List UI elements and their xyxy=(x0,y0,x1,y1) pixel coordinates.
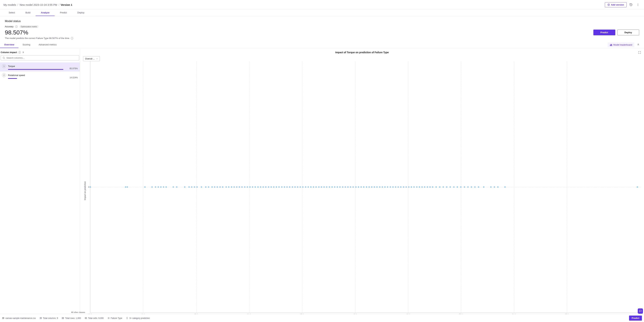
sort-icon[interactable] xyxy=(22,51,25,54)
data-point xyxy=(125,186,126,188)
data-point xyxy=(90,186,91,188)
data-point xyxy=(144,186,146,188)
tab-predict[interactable]: Predict xyxy=(54,10,72,16)
info-icon[interactable]: i xyxy=(71,37,73,40)
data-point xyxy=(350,186,351,188)
impact-pct: 14.024% xyxy=(70,76,78,79)
chart-ylabel: Impact on prediction xyxy=(83,61,87,320)
footer-pred-type: 3+ category prediction xyxy=(126,317,150,320)
scatter-plot[interactable]: 0 All other classes xyxy=(90,61,641,313)
chat-fab[interactable] xyxy=(638,308,643,314)
info-icon[interactable]: i xyxy=(18,51,21,54)
data-point xyxy=(366,186,367,188)
data-point xyxy=(214,186,215,188)
footer-predict-button[interactable]: Predict xyxy=(629,316,642,320)
data-point xyxy=(464,186,465,188)
data-point xyxy=(321,186,322,188)
data-point xyxy=(300,186,301,188)
plus-circle-icon xyxy=(608,4,610,6)
class-dropdown[interactable]: Overstrain F… xyxy=(83,56,100,61)
chart-title: Impact of Torque on prediction of Failur… xyxy=(335,51,389,54)
tab-build[interactable]: Build xyxy=(20,10,36,16)
data-point xyxy=(310,186,312,188)
predict-button[interactable]: Predict xyxy=(594,30,615,35)
data-point xyxy=(436,186,437,188)
data-point xyxy=(442,186,444,188)
breadcrumb-model[interactable]: New model 2023-10-24 3:55 PM xyxy=(20,3,57,6)
tab-select[interactable]: Select xyxy=(4,10,20,16)
data-point xyxy=(302,186,304,188)
data-point xyxy=(305,186,306,188)
data-point xyxy=(255,186,256,188)
analysis-content: Column impact i 1Torque85.976%2Rotationa… xyxy=(0,48,644,322)
data-point xyxy=(270,186,272,188)
data-point xyxy=(414,186,415,188)
history-icon[interactable] xyxy=(628,2,634,7)
data-point xyxy=(292,186,293,188)
search-columns-input[interactable] xyxy=(1,55,79,60)
data-point xyxy=(360,186,362,188)
leaderboard-label: Model leaderboard xyxy=(614,44,632,46)
data-point xyxy=(416,186,417,188)
data-point xyxy=(160,186,162,188)
more-icon[interactable] xyxy=(635,2,640,7)
model-leaderboard-button[interactable]: Model leaderboard xyxy=(608,42,634,47)
impact-bar xyxy=(8,69,63,70)
data-point xyxy=(376,186,378,188)
data-point xyxy=(340,186,340,188)
subtab-overview[interactable]: Overview xyxy=(0,42,18,48)
breadcrumb-root[interactable]: My models xyxy=(4,3,16,6)
data-point xyxy=(474,186,476,188)
data-point xyxy=(368,186,370,188)
data-point xyxy=(155,186,156,188)
data-point xyxy=(234,186,235,188)
info-icon[interactable]: i xyxy=(15,26,18,28)
footer-cells: Total cells: 9,000 xyxy=(85,317,104,320)
accuracy-value: 98.507% xyxy=(5,29,28,36)
tab-deploy[interactable]: Deploy xyxy=(72,10,90,16)
svg-point-3 xyxy=(638,6,638,6)
data-point xyxy=(247,186,248,188)
data-point xyxy=(127,186,128,188)
data-point xyxy=(471,186,472,188)
footer-file[interactable]: canvas-sample-maintenance.csv xyxy=(2,317,36,320)
subtab-advanced[interactable]: Advanced metrics xyxy=(34,42,61,48)
expand-icon[interactable] xyxy=(638,51,641,54)
accuracy-description: The model predicts the correct Failure T… xyxy=(5,37,70,40)
data-point xyxy=(453,186,454,188)
data-point xyxy=(467,186,468,188)
impact-item[interactable]: 1Torque85.976% xyxy=(0,62,80,72)
deploy-button[interactable]: Deploy xyxy=(618,30,639,35)
columns-icon xyxy=(40,317,42,319)
data-point xyxy=(324,186,325,188)
data-point xyxy=(226,186,227,188)
header-actions: Add version xyxy=(605,2,640,7)
data-point xyxy=(294,186,296,188)
impact-item[interactable]: 2Rotational speed14.024% xyxy=(0,72,80,80)
svg-rect-5 xyxy=(611,44,611,46)
status-heading: Model status xyxy=(5,20,639,23)
data-point xyxy=(429,186,430,188)
chart-panel: Impact of Torque on prediction of Failur… xyxy=(80,48,644,322)
collapse-icon[interactable] xyxy=(636,42,641,48)
data-point xyxy=(329,186,330,188)
column-impact-panel: Column impact i 1Torque85.976%2Rotationa… xyxy=(0,48,80,322)
search-columns-field[interactable] xyxy=(6,56,77,59)
data-point xyxy=(286,186,288,188)
data-point xyxy=(371,186,372,188)
data-point xyxy=(208,186,209,188)
data-point xyxy=(363,186,364,188)
add-version-button[interactable]: Add version xyxy=(605,2,626,7)
subtab-scoring[interactable]: Scoring xyxy=(18,42,34,48)
data-point xyxy=(337,186,338,188)
data-point xyxy=(268,186,269,188)
tab-analyze[interactable]: Analyze xyxy=(36,10,54,16)
chat-icon xyxy=(639,310,642,312)
data-point xyxy=(374,186,375,188)
data-point xyxy=(408,186,410,188)
data-point xyxy=(239,186,240,188)
data-point xyxy=(403,186,404,188)
data-point xyxy=(308,186,309,188)
data-point xyxy=(194,186,195,188)
search-icon xyxy=(2,57,5,59)
